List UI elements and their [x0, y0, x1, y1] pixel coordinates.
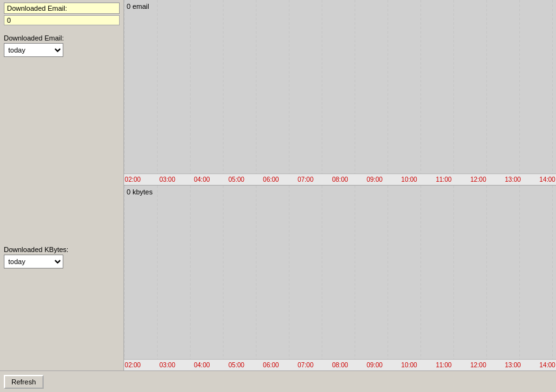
time-tick-03:00: 03:00 [160, 176, 175, 183]
kbytes-dropdown-container: today yesterday this week last week [4, 255, 120, 269]
downloaded-email-top-label: Downloaded Email: [4, 3, 120, 14]
time-tick-11:00: 11:00 [436, 176, 452, 183]
time-tick-12:00: 12:00 [471, 362, 486, 369]
kbytes-chart-wrapper: 0 kbytes [124, 186, 556, 359]
kbytes-section: Downloaded KBytes: today yesterday this … [4, 243, 120, 271]
time-tick-08:00: 08:00 [332, 176, 348, 183]
time-tick-12:00: 12:00 [471, 176, 486, 183]
time-tick-10:00: 10:00 [401, 362, 417, 369]
email-chart-label: 0 email [127, 3, 149, 10]
email-chart-wrapper: 0 email [124, 0, 556, 174]
time-tick-03:00: 03:00 [160, 362, 175, 369]
downloaded-email-label: Downloaded Email: [4, 34, 120, 42]
time-tick-08:00: 08:00 [332, 362, 348, 369]
svg-rect-2 [124, 186, 556, 359]
downloaded-email-value: 0 [4, 15, 120, 25]
content-area: 0 email 02:0003:0004:0005:0006:0007:0008… [123, 0, 556, 370]
email-dropdown-container: today yesterday this week last week [4, 43, 120, 57]
email-chart-grid [124, 0, 556, 174]
time-tick-14:00: 14:00 [540, 362, 555, 369]
time-tick-13:00: 13:00 [505, 362, 521, 369]
time-tick-14:00: 14:00 [540, 176, 555, 183]
bottom-bar: Refresh [0, 370, 556, 392]
time-tick-09:00: 09:00 [367, 176, 382, 183]
email-period-dropdown[interactable]: today yesterday this week last week [4, 43, 63, 57]
time-tick-11:00: 11:00 [436, 362, 452, 369]
kbytes-period-dropdown[interactable]: today yesterday this week last week [4, 255, 63, 269]
kbytes-chart-label: 0 kbytes [127, 188, 153, 196]
time-tick-05:00: 05:00 [229, 176, 244, 183]
refresh-button[interactable]: Refresh [4, 375, 44, 389]
time-tick-06:00: 06:00 [263, 362, 279, 369]
time-tick-07:00: 07:00 [298, 362, 313, 369]
email-chart-section: 0 email 02:0003:0004:0005:0006:0007:0008… [124, 0, 556, 186]
kbytes-chart-grid [124, 186, 556, 359]
time-tick-13:00: 13:00 [505, 176, 521, 183]
sidebar: Downloaded Email: 0 Downloaded Email: to… [0, 0, 123, 370]
time-tick-05:00: 05:00 [229, 362, 244, 369]
time-tick-02:00: 02:00 [125, 362, 141, 369]
kbytes-time-axis: 02:0003:0004:0005:0006:0007:0008:0009:00… [124, 359, 556, 370]
svg-rect-1 [124, 0, 556, 174]
time-tick-07:00: 07:00 [298, 176, 313, 183]
time-tick-04:00: 04:00 [194, 362, 210, 369]
email-section: Downloaded Email: today yesterday this w… [4, 32, 120, 60]
time-tick-06:00: 06:00 [263, 176, 279, 183]
time-tick-09:00: 09:00 [367, 362, 382, 369]
time-tick-10:00: 10:00 [401, 176, 417, 183]
downloaded-kbytes-label: Downloaded KBytes: [4, 246, 120, 253]
email-time-axis: 02:0003:0004:0005:0006:0007:0008:0009:00… [124, 174, 556, 185]
time-tick-04:00: 04:00 [194, 176, 210, 183]
time-tick-02:00: 02:00 [125, 176, 141, 183]
main-container: Downloaded Email: 0 Downloaded Email: to… [0, 0, 556, 370]
kbytes-chart-section: 0 kbytes 02:0003:0004:0005:0006:0007:000… [124, 186, 556, 370]
